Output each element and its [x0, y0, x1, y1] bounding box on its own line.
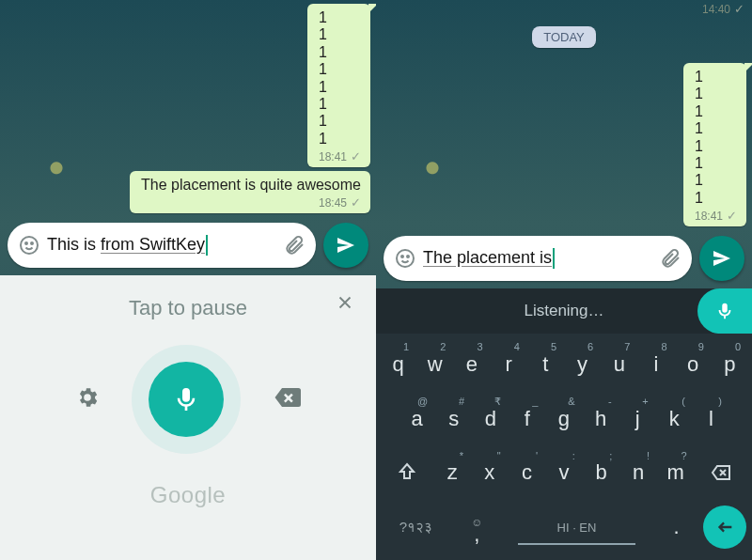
backspace-key[interactable]: [697, 448, 746, 499]
input-text: This is from SwiftKey: [41, 235, 282, 256]
key-d[interactable]: d₹: [474, 394, 507, 444]
message-text: 1: [319, 96, 361, 113]
key-r[interactable]: r4: [493, 339, 525, 390]
messages-area: 14:40✓ TODAY 11111111 18:41✓: [376, 0, 752, 230]
svg-point-3: [397, 250, 414, 267]
left-pane: 11111111 18:41✓ The placement is quite a…: [0, 0, 376, 560]
send-button[interactable]: [699, 236, 744, 281]
message-time: 18:45: [319, 196, 347, 210]
message-bubble[interactable]: 11111111 18:41✓: [307, 4, 370, 167]
keyboard: q1w2e3r4t5y6u7i8o9p0 a@s#d₹f_g&h-j+k(l) …: [376, 334, 752, 560]
message-text: 1: [695, 172, 737, 189]
prev-message-time: 14:40✓: [702, 2, 744, 16]
key-o[interactable]: o9: [677, 339, 710, 390]
gear-icon[interactable]: [75, 385, 100, 413]
message-input[interactable]: This is from SwiftKey: [8, 223, 316, 268]
key-i[interactable]: i8: [639, 339, 672, 390]
send-button[interactable]: [323, 223, 368, 268]
emoji-key[interactable]: ☺,: [454, 502, 500, 552]
key-u[interactable]: u7: [603, 339, 635, 390]
period-key[interactable]: .: [653, 502, 699, 552]
key-h[interactable]: h-: [585, 394, 618, 444]
date-separator: TODAY: [532, 26, 596, 48]
message-time: 18:41: [695, 210, 723, 223]
key-k[interactable]: k(: [658, 394, 691, 444]
google-logo: Google: [150, 482, 226, 508]
message-text: 1: [695, 86, 737, 102]
listening-label: Listening…: [376, 302, 752, 320]
key-b[interactable]: b;: [585, 448, 619, 499]
message-bubble[interactable]: 11111111 18:41✓: [683, 63, 746, 226]
emoji-icon[interactable]: [17, 233, 41, 257]
key-y[interactable]: y6: [566, 339, 599, 390]
key-x[interactable]: x": [473, 448, 507, 499]
tick-icon: ✓: [351, 149, 361, 163]
key-l[interactable]: l): [695, 394, 728, 444]
key-j[interactable]: j+: [621, 394, 654, 444]
gboard-panel: Listening… q1w2e3r4t5y6u7i8o9p0 a@s#d₹f_…: [376, 288, 752, 560]
message-text: 1: [695, 155, 737, 172]
key-f[interactable]: f_: [510, 394, 543, 444]
message-bubble[interactable]: The placement is quite awesome 18:45✓: [130, 171, 370, 213]
key-a[interactable]: a@: [400, 394, 433, 444]
message-text: 1: [319, 9, 361, 26]
svg-point-1: [25, 242, 27, 244]
microphone-button[interactable]: [697, 288, 752, 334]
key-g[interactable]: g&: [547, 394, 580, 444]
messages-area: 11111111 18:41✓ The placement is quite a…: [0, 0, 376, 217]
message-text: 1: [319, 131, 361, 148]
suggestion-bar: Listening…: [376, 288, 752, 334]
right-pane: 14:40✓ TODAY 11111111 18:41✓ The placeme…: [376, 0, 752, 560]
key-n[interactable]: n!: [621, 448, 655, 499]
message-text: 1: [695, 120, 737, 137]
tick-icon: ✓: [351, 195, 361, 210]
message-input[interactable]: The placement is: [384, 236, 692, 281]
tick-icon: ✓: [727, 209, 737, 223]
svg-point-2: [31, 242, 33, 244]
attach-icon[interactable]: [282, 233, 306, 257]
shift-key[interactable]: [382, 448, 431, 499]
message-text: 1: [319, 113, 361, 130]
key-w[interactable]: w2: [418, 339, 451, 390]
close-icon[interactable]: [335, 292, 355, 317]
message-input-bar: This is from SwiftKey: [0, 217, 376, 275]
emoji-icon[interactable]: [393, 246, 417, 271]
svg-point-4: [401, 256, 403, 257]
key-t[interactable]: t5: [529, 339, 562, 390]
svg-point-5: [407, 256, 409, 257]
message-text: 1: [319, 26, 361, 43]
key-v[interactable]: v:: [547, 448, 581, 499]
backspace-icon[interactable]: [273, 383, 301, 415]
language-key[interactable]: ?१२३: [382, 502, 450, 552]
message-text: 1: [319, 79, 361, 96]
message-text: 1: [695, 138, 737, 155]
key-c[interactable]: c': [510, 448, 544, 499]
enter-key[interactable]: [703, 506, 746, 549]
key-q[interactable]: q1: [382, 339, 415, 390]
message-text: The placement is quite awesome: [141, 177, 361, 194]
tick-icon: ✓: [734, 2, 744, 16]
attach-icon[interactable]: [658, 246, 682, 271]
key-z[interactable]: z*: [435, 448, 469, 499]
key-s[interactable]: s#: [437, 394, 470, 444]
message-text: 1: [695, 69, 737, 86]
message-text: 1: [695, 190, 737, 207]
key-m[interactable]: m?: [659, 448, 693, 499]
message-text: 1: [319, 61, 361, 78]
space-key[interactable]: HI · EN: [504, 502, 650, 552]
voice-prompt: Tap to pause: [129, 296, 247, 320]
key-p[interactable]: p0: [713, 339, 746, 390]
microphone-button[interactable]: [149, 362, 224, 437]
message-input-bar: The placement is: [376, 230, 752, 288]
text-caret: [553, 248, 555, 269]
svg-point-0: [21, 237, 38, 254]
input-text: The placement is: [417, 248, 658, 269]
text-caret: [206, 235, 208, 256]
message-time: 18:41: [319, 150, 347, 163]
voice-panel: Tap to pause Google: [0, 275, 376, 560]
message-text: 1: [695, 103, 737, 120]
message-text: 1: [319, 44, 361, 61]
key-e[interactable]: e3: [455, 339, 488, 390]
